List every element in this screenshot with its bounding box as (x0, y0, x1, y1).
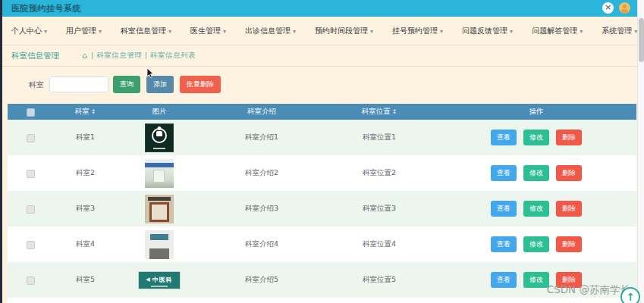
left-arrow-icon: ◀ (146, 277, 149, 283)
back-to-top-button[interactable]: ↑ (620, 287, 640, 303)
menu-item-doctor-management[interactable]: 医生管理▾ (190, 26, 226, 36)
edit-button[interactable]: 修改 (523, 165, 549, 181)
cell-dept-name: 科室5 (53, 262, 118, 298)
menu-label: 系统管理 (602, 27, 632, 35)
view-button[interactable]: 查看 (491, 272, 517, 288)
topbar: 医院预约挂号系统 × (0, 0, 644, 17)
csdn-watermark: CSDN @苏南学长 (547, 283, 630, 297)
view-button[interactable]: 查看 (491, 130, 517, 145)
window-edge (0, 0, 2, 303)
cell-dept-name: 科室1 (53, 120, 118, 155)
main-menu: 个人中心▾ 用户管理▾ 科室信息管理▾ 医生管理▾ 出诊信息管理▾ 预约时间段管… (0, 17, 644, 45)
header-dept[interactable]: 科室↕ (53, 104, 118, 120)
batch-delete-button[interactable]: 批量删除 (180, 76, 221, 93)
view-button[interactable]: 查看 (491, 165, 517, 181)
menu-label: 用户管理 (66, 27, 96, 35)
menu-item-department-info[interactable]: 科室信息管理▾ (121, 26, 171, 36)
logout-close-icon[interactable]: × (602, 2, 614, 14)
cell-dept-intro: 科室介绍4 (201, 226, 322, 262)
cell-dept-name: 科室2 (53, 155, 118, 191)
scrollbar-thumb[interactable] (639, 18, 644, 62)
chevron-down-icon: ▾ (580, 28, 583, 35)
menu-item-visit-info[interactable]: 出诊信息管理▾ (245, 26, 296, 36)
edit-button[interactable]: 修改 (523, 236, 549, 252)
cell-dept-location: 科室位置3 (322, 191, 436, 226)
menu-item-qa-management[interactable]: 问题解答管理▾ (532, 26, 583, 36)
chevron-down-icon: ▾ (99, 28, 102, 35)
menu-item-personal-center[interactable]: 个人中心▾ (11, 26, 47, 36)
header-label: 操作 (529, 107, 544, 115)
menu-label: 挂号预约管理 (392, 27, 438, 35)
menu-item-registration-management[interactable]: 挂号预约管理▾ (392, 26, 443, 36)
row-checkbox[interactable] (27, 205, 35, 214)
department-table: 科室↕ 图片 科室介绍 科室位置↕ 操作 科室1 科室介绍1 科室位置1 查看 … (8, 104, 636, 303)
vertical-scrollbar[interactable] (637, 0, 644, 303)
edit-button[interactable]: 修改 (523, 130, 549, 145)
dept-image (145, 123, 174, 152)
user-avatar[interactable] (619, 2, 630, 14)
sort-icon[interactable]: ↕ (91, 108, 96, 115)
table-row: 科室1 科室介绍1 科室位置1 查看 修改 删除 (8, 120, 636, 155)
delete-button[interactable]: 删除 (556, 201, 582, 217)
menu-item-feedback-management[interactable]: 问题反馈管理▾ (462, 26, 513, 36)
page-title: 科室信息管理 (11, 51, 59, 61)
menu-label: 问题解答管理 (532, 27, 577, 35)
chevron-down-icon: ▾ (223, 28, 226, 35)
delete-button[interactable]: 删除 (556, 236, 582, 252)
topbar-icons: × (602, 2, 630, 14)
chevron-down-icon: ▾ (44, 28, 47, 35)
dept-image (145, 159, 174, 188)
menu-label: 问题反馈管理 (462, 27, 507, 35)
view-button[interactable]: 查看 (491, 236, 517, 252)
header-location[interactable]: 科室位置↕ (322, 104, 436, 120)
cell-dept-location: 科室位置1 (322, 120, 436, 155)
cell-dept-intro: 科室介绍1 (201, 120, 322, 155)
menu-label: 出诊信息管理 (245, 27, 291, 35)
chevron-down-icon: ▾ (440, 28, 443, 35)
row-checkbox[interactable] (27, 170, 35, 178)
header-intro: 科室介绍 (201, 104, 322, 120)
row-checkbox[interactable] (27, 276, 35, 285)
header-label: 科室介绍 (247, 107, 276, 115)
row-checkbox[interactable] (27, 134, 35, 142)
header-label: 图片 (152, 107, 167, 115)
table-row: 科室4 科室介绍4 科室位置4 查看 修改 删除 (8, 226, 636, 262)
cell-dept-location: 科室位置4 (322, 226, 436, 262)
add-button[interactable]: 添加 (146, 76, 174, 93)
table-row-partial (8, 298, 636, 303)
search-toolbar: 科室 查询 添加 批量删除 (0, 67, 644, 102)
view-button[interactable]: 查看 (491, 201, 517, 217)
cell-dept-name: 科室4 (53, 226, 118, 262)
header-label: 科室 (75, 107, 90, 115)
header-label: 科室位置 (362, 107, 391, 115)
menu-item-timeslot-management[interactable]: 预约时间段管理▾ (315, 26, 373, 36)
dept-image (145, 230, 174, 259)
home-icon[interactable]: ⌂ (82, 51, 87, 61)
cell-dept-location: 科室位置2 (322, 155, 436, 191)
select-all-checkbox[interactable] (27, 108, 35, 117)
app-title: 医院预约挂号系统 (11, 3, 81, 14)
cell-dept-intro: 科室介绍5 (201, 262, 322, 298)
cell-dept-intro: 科室介绍3 (201, 191, 322, 226)
edit-button[interactable]: 修改 (523, 201, 549, 217)
chevron-down-icon: ▾ (370, 28, 373, 35)
menu-item-user-management[interactable]: 用户管理▾ (66, 26, 102, 36)
delete-button[interactable]: 删除 (556, 130, 582, 145)
dept-image (145, 195, 174, 223)
cell-dept-intro: 科室介绍2 (201, 155, 322, 191)
menu-label: 预约时间段管理 (315, 27, 368, 35)
breadcrumb-path: | 科室信息管理 | 科室信息列表 (91, 51, 196, 61)
table-row: 科室3 科室介绍3 科室位置3 查看 修改 删除 (8, 191, 636, 226)
table-row: 科室2 科室介绍2 科室位置2 查看 修改 删除 (8, 155, 636, 191)
search-input[interactable] (49, 77, 108, 92)
sort-icon[interactable]: ↕ (392, 108, 397, 115)
row-checkbox[interactable] (27, 241, 35, 249)
cell-dept-name: 科室3 (53, 191, 118, 226)
edit-button[interactable]: 修改 (523, 272, 549, 288)
query-button[interactable]: 查询 (113, 76, 140, 93)
cell-dept-location: 科室位置5 (322, 262, 436, 298)
delete-button[interactable]: 删除 (556, 165, 582, 181)
header-image: 图片 (118, 104, 201, 120)
header-actions: 操作 (436, 104, 636, 120)
menu-item-system-management[interactable]: 系统管理▾ (602, 26, 637, 36)
